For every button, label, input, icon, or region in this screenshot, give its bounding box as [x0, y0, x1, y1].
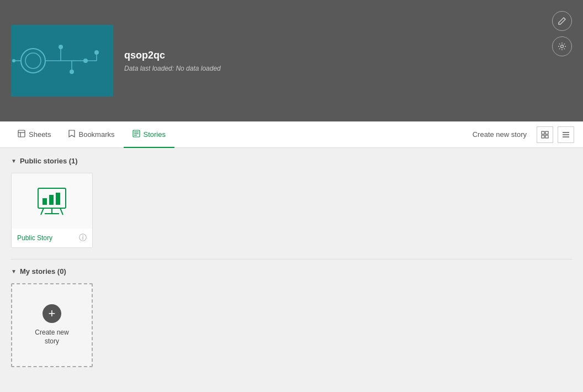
- grid-icon: [541, 131, 549, 139]
- header-actions: [552, 11, 572, 56]
- tab-bookmarks-label: Bookmarks: [78, 130, 114, 139]
- svg-line-38: [60, 208, 63, 215]
- my-stories-cards: + Create new story: [11, 283, 572, 367]
- app-info: qsop2qc Data last loaded: No data loaded: [124, 50, 221, 72]
- pencil-icon: [558, 17, 566, 25]
- settings-button[interactable]: [552, 36, 572, 56]
- svg-rect-27: [545, 135, 548, 138]
- svg-rect-24: [542, 131, 544, 134]
- content-area: ▼ Public stories (1): [0, 148, 583, 392]
- svg-rect-36: [56, 193, 60, 205]
- story-card-name: Public Story: [17, 234, 52, 242]
- my-stories-header[interactable]: ▼ My stories (0): [11, 267, 572, 276]
- tab-stories[interactable]: Stories: [124, 122, 174, 148]
- create-story-card[interactable]: + Create new story: [11, 283, 93, 367]
- tab-sheets-label: Sheets: [29, 130, 51, 139]
- svg-rect-26: [542, 135, 544, 138]
- list-icon: [562, 131, 570, 139]
- list-view-button[interactable]: [558, 126, 574, 143]
- svg-point-8: [70, 70, 74, 74]
- svg-point-5: [59, 45, 63, 49]
- info-icon[interactable]: ⓘ: [79, 233, 87, 243]
- tabs-right: Create new story: [467, 126, 574, 143]
- svg-line-37: [41, 208, 44, 215]
- app-thumbnail: [11, 25, 113, 97]
- edit-button[interactable]: [552, 11, 572, 31]
- svg-rect-35: [49, 195, 54, 205]
- data-status: Data last loaded: No data loaded: [124, 65, 221, 72]
- gear-icon: [558, 42, 566, 51]
- bookmark-icon: [68, 130, 75, 139]
- tab-sheets[interactable]: Sheets: [9, 122, 60, 148]
- tab-stories-label: Stories: [144, 130, 166, 139]
- svg-point-13: [94, 50, 99, 55]
- sheets-icon: [18, 130, 25, 139]
- public-stories-title: Public stories (1): [20, 157, 78, 165]
- create-story-label: Create new story: [35, 329, 68, 346]
- svg-point-15: [12, 59, 15, 62]
- svg-rect-25: [545, 131, 548, 134]
- create-story-plus-icon: +: [43, 304, 61, 323]
- create-story-header-button[interactable]: Create new story: [467, 127, 532, 142]
- svg-point-16: [561, 45, 564, 48]
- section-divider: [11, 259, 572, 259]
- public-stories-header[interactable]: ▼ Public stories (1): [11, 157, 572, 165]
- my-stories-title: My stories (0): [20, 267, 66, 276]
- tab-bookmarks[interactable]: Bookmarks: [60, 122, 123, 148]
- stories-icon: [132, 130, 140, 139]
- app-header: qsop2qc Data last loaded: No data loaded: [0, 0, 583, 121]
- story-card-thumbnail: [12, 173, 92, 229]
- public-stories-chevron: ▼: [11, 158, 17, 164]
- story-card-public[interactable]: Public Story ⓘ: [11, 173, 93, 248]
- my-stories-chevron: ▼: [11, 268, 17, 274]
- grid-view-button[interactable]: [537, 126, 553, 143]
- story-card-footer: Public Story ⓘ: [12, 229, 92, 247]
- tabs-bar: Sheets Bookmarks Stories Create new stor…: [0, 121, 583, 148]
- svg-rect-34: [43, 198, 47, 205]
- svg-rect-17: [18, 130, 25, 137]
- app-title: qsop2qc: [124, 50, 221, 61]
- public-stories-cards: Public Story ⓘ: [11, 173, 572, 248]
